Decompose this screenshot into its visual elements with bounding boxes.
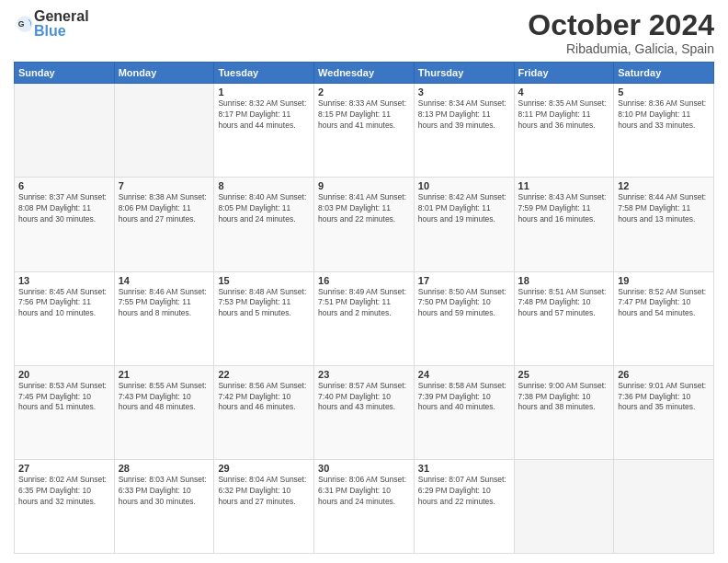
- logo: G General Blue: [14, 9, 89, 39]
- calendar-cell: 23Sunrise: 8:57 AM Sunset: 7:40 PM Dayli…: [314, 365, 415, 459]
- day-number: 13: [18, 275, 110, 286]
- calendar-cell: 22Sunrise: 8:56 AM Sunset: 7:42 PM Dayli…: [214, 365, 314, 459]
- day-info: Sunrise: 8:32 AM Sunset: 8:17 PM Dayligh…: [218, 98, 310, 132]
- day-info: Sunrise: 8:33 AM Sunset: 8:15 PM Dayligh…: [318, 98, 410, 132]
- day-number: 16: [318, 275, 410, 286]
- calendar-cell: 24Sunrise: 8:58 AM Sunset: 7:39 PM Dayli…: [414, 365, 514, 459]
- calendar-cell: 13Sunrise: 8:45 AM Sunset: 7:56 PM Dayli…: [15, 271, 115, 365]
- calendar-cell: 27Sunrise: 8:02 AM Sunset: 6:35 PM Dayli…: [15, 459, 115, 553]
- logo-blue: Blue: [34, 24, 89, 39]
- day-info: Sunrise: 8:40 AM Sunset: 8:05 PM Dayligh…: [218, 192, 310, 225]
- day-info: Sunrise: 8:58 AM Sunset: 7:39 PM Dayligh…: [418, 381, 510, 414]
- day-info: Sunrise: 9:01 AM Sunset: 7:36 PM Dayligh…: [618, 381, 710, 414]
- day-info: Sunrise: 8:46 AM Sunset: 7:55 PM Dayligh…: [119, 287, 210, 320]
- logo-icon: G: [16, 15, 34, 33]
- day-info: Sunrise: 8:52 AM Sunset: 7:47 PM Dayligh…: [618, 287, 710, 320]
- calendar-cell: 21Sunrise: 8:55 AM Sunset: 7:43 PM Dayli…: [114, 365, 214, 459]
- day-number: 21: [119, 369, 210, 380]
- day-number: 12: [618, 180, 710, 191]
- day-number: 18: [518, 275, 610, 286]
- logo-general: General: [34, 9, 89, 24]
- day-info: Sunrise: 8:51 AM Sunset: 7:48 PM Dayligh…: [518, 287, 610, 320]
- day-info: Sunrise: 8:04 AM Sunset: 6:32 PM Dayligh…: [218, 475, 310, 508]
- day-info: Sunrise: 8:44 AM Sunset: 7:58 PM Dayligh…: [618, 192, 710, 225]
- weekday-header-thursday: Thursday: [414, 63, 514, 84]
- day-number: 10: [418, 180, 510, 191]
- day-number: 8: [218, 180, 310, 191]
- calendar-cell: 10Sunrise: 8:42 AM Sunset: 8:01 PM Dayli…: [414, 178, 514, 271]
- calendar-cell: [114, 84, 214, 178]
- calendar-table: SundayMondayTuesdayWednesdayThursdayFrid…: [14, 62, 714, 554]
- calendar-cell: 3Sunrise: 8:34 AM Sunset: 8:13 PM Daylig…: [414, 84, 514, 178]
- day-number: 6: [18, 180, 110, 191]
- title-block: October 2024 Ribadumia, Galicia, Spain: [528, 9, 714, 56]
- calendar-week-2: 6Sunrise: 8:37 AM Sunset: 8:08 PM Daylig…: [15, 178, 714, 271]
- weekday-header-wednesday: Wednesday: [314, 63, 415, 84]
- calendar-cell: 15Sunrise: 8:48 AM Sunset: 7:53 PM Dayli…: [214, 271, 314, 365]
- day-number: 19: [618, 275, 710, 286]
- calendar-cell: 2Sunrise: 8:33 AM Sunset: 8:15 PM Daylig…: [314, 84, 415, 178]
- calendar-cell: 11Sunrise: 8:43 AM Sunset: 7:59 PM Dayli…: [514, 178, 614, 271]
- weekday-header-friday: Friday: [514, 63, 614, 84]
- day-number: 26: [618, 369, 710, 380]
- day-number: 15: [218, 275, 310, 286]
- calendar-cell: 19Sunrise: 8:52 AM Sunset: 7:47 PM Dayli…: [614, 271, 714, 365]
- calendar-cell: 30Sunrise: 8:06 AM Sunset: 6:31 PM Dayli…: [314, 459, 415, 553]
- day-number: 1: [218, 86, 310, 98]
- day-info: Sunrise: 8:55 AM Sunset: 7:43 PM Dayligh…: [119, 381, 210, 414]
- weekday-header-saturday: Saturday: [614, 63, 714, 84]
- calendar-cell: 14Sunrise: 8:46 AM Sunset: 7:55 PM Dayli…: [114, 271, 214, 365]
- calendar-cell: 1Sunrise: 8:32 AM Sunset: 8:17 PM Daylig…: [214, 84, 314, 178]
- calendar-cell: [614, 459, 714, 553]
- day-info: Sunrise: 8:57 AM Sunset: 7:40 PM Dayligh…: [318, 381, 410, 414]
- calendar-cell: 20Sunrise: 8:53 AM Sunset: 7:45 PM Dayli…: [15, 365, 115, 459]
- calendar-cell: 31Sunrise: 8:07 AM Sunset: 6:29 PM Dayli…: [414, 459, 514, 553]
- calendar-cell: [15, 84, 115, 178]
- day-info: Sunrise: 8:35 AM Sunset: 8:11 PM Dayligh…: [518, 98, 610, 132]
- day-info: Sunrise: 9:00 AM Sunset: 7:38 PM Dayligh…: [518, 381, 610, 414]
- day-number: 25: [518, 369, 610, 380]
- day-number: 30: [318, 463, 410, 474]
- day-info: Sunrise: 8:50 AM Sunset: 7:50 PM Dayligh…: [418, 287, 510, 320]
- weekday-header-sunday: Sunday: [15, 63, 115, 84]
- day-number: 2: [318, 86, 410, 98]
- day-number: 28: [119, 463, 210, 474]
- day-info: Sunrise: 8:03 AM Sunset: 6:33 PM Dayligh…: [119, 475, 210, 508]
- calendar-cell: 16Sunrise: 8:49 AM Sunset: 7:51 PM Dayli…: [314, 271, 415, 365]
- day-info: Sunrise: 8:37 AM Sunset: 8:08 PM Dayligh…: [18, 192, 110, 225]
- day-info: Sunrise: 8:53 AM Sunset: 7:45 PM Dayligh…: [18, 381, 110, 414]
- day-number: 4: [518, 86, 610, 98]
- day-info: Sunrise: 8:43 AM Sunset: 7:59 PM Dayligh…: [518, 192, 610, 225]
- calendar-cell: 7Sunrise: 8:38 AM Sunset: 8:06 PM Daylig…: [114, 178, 214, 271]
- calendar-cell: 18Sunrise: 8:51 AM Sunset: 7:48 PM Dayli…: [514, 271, 614, 365]
- day-info: Sunrise: 8:36 AM Sunset: 8:10 PM Dayligh…: [618, 98, 710, 132]
- calendar-cell: 6Sunrise: 8:37 AM Sunset: 8:08 PM Daylig…: [15, 178, 115, 271]
- location-title: Ribadumia, Galicia, Spain: [528, 41, 714, 56]
- day-number: 29: [218, 463, 310, 474]
- day-number: 23: [318, 369, 410, 380]
- calendar-cell: 9Sunrise: 8:41 AM Sunset: 8:03 PM Daylig…: [314, 178, 415, 271]
- calendar-cell: [514, 459, 614, 553]
- calendar-week-3: 13Sunrise: 8:45 AM Sunset: 7:56 PM Dayli…: [15, 271, 714, 365]
- day-info: Sunrise: 8:38 AM Sunset: 8:06 PM Dayligh…: [119, 192, 210, 225]
- day-number: 27: [18, 463, 110, 474]
- calendar-week-5: 27Sunrise: 8:02 AM Sunset: 6:35 PM Dayli…: [15, 459, 714, 553]
- day-number: 14: [119, 275, 210, 286]
- day-number: 17: [418, 275, 510, 286]
- calendar-week-1: 1Sunrise: 8:32 AM Sunset: 8:17 PM Daylig…: [15, 84, 714, 178]
- day-info: Sunrise: 8:42 AM Sunset: 8:01 PM Dayligh…: [418, 192, 510, 225]
- calendar-header-row: SundayMondayTuesdayWednesdayThursdayFrid…: [15, 63, 714, 84]
- calendar-cell: 12Sunrise: 8:44 AM Sunset: 7:58 PM Dayli…: [614, 178, 714, 271]
- day-info: Sunrise: 8:34 AM Sunset: 8:13 PM Dayligh…: [418, 98, 510, 132]
- svg-text:G: G: [18, 19, 25, 29]
- day-info: Sunrise: 8:56 AM Sunset: 7:42 PM Dayligh…: [218, 381, 310, 414]
- page: G General Blue October 2024 Ribadumia, G…: [0, 0, 728, 563]
- day-number: 20: [18, 369, 110, 380]
- day-number: 24: [418, 369, 510, 380]
- calendar-cell: 4Sunrise: 8:35 AM Sunset: 8:11 PM Daylig…: [514, 84, 614, 178]
- weekday-header-monday: Monday: [114, 63, 214, 84]
- day-info: Sunrise: 8:45 AM Sunset: 7:56 PM Dayligh…: [18, 287, 110, 320]
- calendar-week-4: 20Sunrise: 8:53 AM Sunset: 7:45 PM Dayli…: [15, 365, 714, 459]
- calendar-cell: 8Sunrise: 8:40 AM Sunset: 8:05 PM Daylig…: [214, 178, 314, 271]
- day-info: Sunrise: 8:07 AM Sunset: 6:29 PM Dayligh…: [418, 475, 510, 508]
